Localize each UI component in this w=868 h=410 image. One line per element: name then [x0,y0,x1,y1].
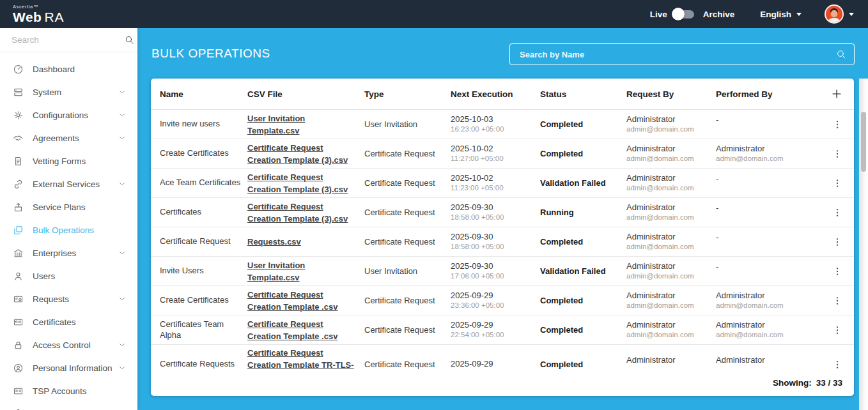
performed-by-email: admin@domain.com [716,154,812,163]
row-status: Completed [540,237,626,247]
row-actions-kebab-icon[interactable] [831,177,844,190]
bulk-operations-table: Name CSV File Type Next Execution Status… [151,79,854,396]
sidebar-search[interactable] [0,28,137,52]
language-label: English [760,10,791,19]
sidebar-item-tsp-accounts[interactable]: TSP Accounts [0,379,137,402]
csv-file-link[interactable]: Certificate Request Creation Template (3… [247,172,348,194]
table-row: Create Certificates Certificate Request … [151,286,854,315]
request-by-email: admin@domain.com [626,301,709,310]
page-scrollbar[interactable] [859,79,868,410]
row-actions-kebab-icon[interactable] [831,294,844,307]
product-name-web: Web [13,10,42,24]
sidebar-item-enterprises[interactable]: Enterprises [0,241,137,264]
request-by-email: admin@domain.com [626,242,709,252]
sidebar-item-vetting-forms[interactable]: Vetting Forms [0,149,137,172]
sidebar-item-personal-information[interactable]: Personal Information [0,356,137,379]
add-bulk-operation-button[interactable] [830,87,844,101]
sidebar-item-system[interactable]: System [0,80,137,103]
language-dropdown[interactable]: English [760,10,802,19]
search-by-name-box[interactable] [509,43,855,65]
row-status: Completed [540,325,626,335]
request-by-name: Administrator [626,261,709,272]
archive-label: Archive [703,10,735,19]
row-actions-kebab-icon[interactable] [831,358,844,369]
row-name: Invite Users [160,266,247,277]
csv-file-link[interactable]: Certificate Request Creation Template .c… [247,319,337,341]
row-next-execution-date: 2025-09-29 [451,320,534,331]
live-archive-toggle[interactable] [674,10,694,19]
sidebar-item-access-control[interactable]: Access Control [0,333,137,356]
sidebar-item-dashboard[interactable]: Dashboard [0,57,137,80]
request-card-icon [13,294,24,305]
sidebar-item-label: Personal Information [33,363,112,373]
csv-file-link[interactable]: User Invitation Template.csv [247,261,305,282]
row-actions-kebab-icon[interactable] [831,118,844,131]
column-header-type: Type [364,89,451,99]
request-by-email: admin@domain.com [626,330,709,340]
live-label: Live [650,10,667,19]
row-actions-kebab-icon[interactable] [831,148,844,160]
chevron-down-icon [796,13,802,16]
row-actions-kebab-icon[interactable] [831,206,844,219]
sidebar-item-label: Service Plans [33,202,86,212]
row-type: Certificate Request [364,296,451,305]
search-by-name-input[interactable] [520,50,836,59]
column-header-name: Name [160,89,247,99]
row-status: Completed [540,296,626,305]
performed-by-email: admin@domain.com [716,301,812,310]
table-body: Invite new users User Invitation Templat… [151,110,854,369]
row-type: User Invitation [364,266,451,276]
sidebar-item-bulk-operations[interactable]: Bulk Operations [0,218,137,241]
toggle-knob[interactable] [672,8,685,20]
row-next-execution-time: 17:06:00 +05:00 [451,271,534,281]
product-name-ra: RA [44,10,64,24]
performed-by-name: - [716,232,812,243]
request-by-email: admin@domain.com [626,125,709,134]
sidebar-nav: Dashboard System Configurations Agreemen… [0,52,137,410]
sidebar-item-label: Access Control [33,340,91,350]
table-row: Certificate Requests Certificate Request… [151,345,854,369]
csv-file-link[interactable]: Requests.csv [247,237,301,247]
performed-by-email [716,273,812,280]
dashboard-icon [13,64,24,75]
column-header-csv-file: CSV File [247,89,364,99]
sidebar-item-users[interactable]: Users [0,264,137,287]
link-icon [13,179,24,190]
top-navigation-bar: Ascertia™ WebRA Live Archive English [0,0,868,28]
request-by-name: Administrator [626,320,709,331]
row-actions-kebab-icon[interactable] [831,236,844,248]
chevron-down-icon [118,249,126,257]
csv-file-link[interactable]: Certificate Request Creation Template .c… [247,290,337,312]
row-actions-kebab-icon[interactable] [831,324,844,337]
scrollbar-thumb[interactable] [861,112,866,172]
csv-file-link[interactable]: Certificate Request Creation Template TR… [247,348,354,369]
performed-by-name: Administrator [716,355,812,366]
sidebar-item-agreements[interactable]: Agreements [0,126,137,149]
sidebar-item-service-plans[interactable]: Service Plans [0,195,137,218]
request-by-name: Administrator [626,173,709,184]
row-name: Certificates [160,207,247,218]
user-menu-chevron-icon[interactable] [849,13,854,16]
csv-file-link[interactable]: User Invitation Template.csv [247,114,305,135]
sidebar-item-external-services[interactable]: External Services [0,172,137,195]
row-status: Running [540,208,626,217]
avatar-face [831,10,837,17]
sidebar-item-logs[interactable]: Logs [0,402,137,410]
avatar-shirt [828,18,840,24]
chevron-down-icon [118,364,126,372]
csv-file-link[interactable]: Certificate Request Creation Template (3… [247,202,348,224]
table-row: Ace Team Certificates Certificate Reques… [151,169,854,198]
performed-by-email [716,243,812,251]
row-next-execution-time: 22:54:00 +05:00 [451,330,534,340]
table-row: Create Certificates Certificate Request … [151,139,854,169]
sidebar-item-configurations[interactable]: Configurations [0,103,137,126]
sidebar-item-requests[interactable]: Requests [0,287,137,310]
sidebar-search-input[interactable] [12,35,125,45]
performed-by-email: admin@domain.com [716,330,812,340]
csv-file-link[interactable]: Certificate Request Creation Template (3… [247,143,348,165]
row-type: Certificate Request [364,149,451,158]
sidebar-item-certificates[interactable]: Certificates [0,310,137,333]
row-actions-kebab-icon[interactable] [831,265,844,278]
user-avatar[interactable] [825,4,844,24]
sidebar-item-label: Vetting Forms [33,156,86,166]
